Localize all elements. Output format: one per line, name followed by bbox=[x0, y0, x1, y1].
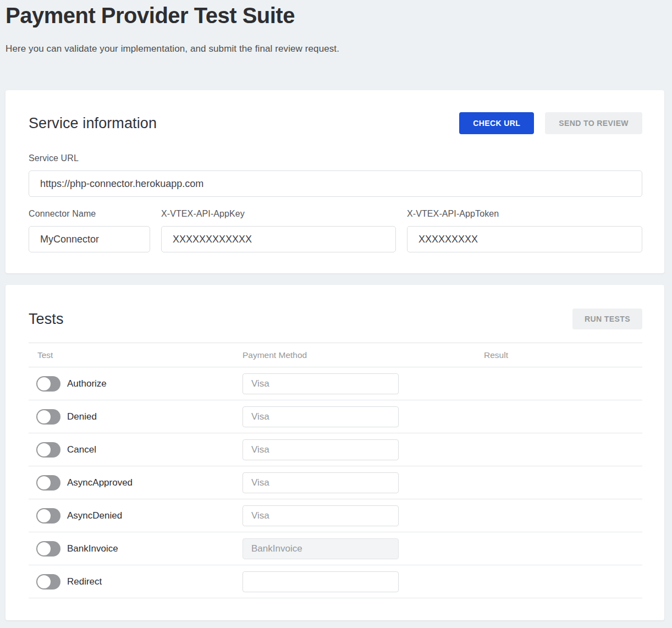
toggle-knob-icon bbox=[37, 443, 51, 456]
service-header-buttons: CHECK URL SEND TO REVIEW bbox=[459, 112, 642, 134]
credentials-row: Connector Name X-VTEX-API-AppKey X-VTEX-… bbox=[29, 209, 642, 252]
payment-method-input[interactable] bbox=[243, 439, 399, 460]
run-tests-button[interactable]: RUN TESTS bbox=[572, 309, 642, 329]
test-row: AsyncApproved bbox=[29, 466, 642, 499]
test-cell: Redirect bbox=[29, 574, 243, 590]
app-token-input[interactable] bbox=[407, 226, 642, 252]
payment-method-cell bbox=[243, 571, 484, 592]
page: Payment Provider Test Suite Here you can… bbox=[0, 0, 672, 620]
column-header-test: Test bbox=[29, 350, 243, 360]
service-url-input[interactable] bbox=[29, 170, 642, 197]
test-row: Redirect bbox=[29, 565, 642, 598]
test-row: AsyncDenied bbox=[29, 499, 642, 532]
test-cell: BankInvoice bbox=[29, 541, 243, 557]
test-cell: Cancel bbox=[29, 442, 243, 458]
test-name-label: AsyncApproved bbox=[67, 477, 133, 488]
toggle-knob-icon bbox=[37, 377, 51, 390]
send-to-review-button[interactable]: SEND TO REVIEW bbox=[545, 112, 642, 134]
service-information-title: Service information bbox=[29, 115, 157, 132]
app-token-label: X-VTEX-API-AppToken bbox=[407, 209, 642, 219]
column-header-payment-method: Payment Method bbox=[243, 350, 484, 360]
tests-card: Tests RUN TESTS Test Payment Method Resu… bbox=[5, 285, 664, 620]
test-name-label: Denied bbox=[67, 411, 97, 422]
toggle-knob-icon bbox=[37, 476, 51, 489]
service-information-header: Service information CHECK URL SEND TO RE… bbox=[29, 112, 642, 134]
test-row: Denied bbox=[29, 400, 642, 433]
app-key-label: X-VTEX-API-AppKey bbox=[161, 209, 396, 219]
app-key-field: X-VTEX-API-AppKey bbox=[161, 209, 396, 252]
toggle-knob-icon bbox=[37, 575, 51, 588]
payment-method-input[interactable] bbox=[243, 538, 399, 559]
test-name-label: Cancel bbox=[67, 444, 96, 455]
connector-name-label: Connector Name bbox=[29, 209, 150, 219]
payment-method-cell bbox=[243, 373, 484, 394]
toggle-knob-icon bbox=[37, 542, 51, 555]
toggle-knob-icon bbox=[37, 410, 51, 423]
service-url-label: Service URL bbox=[29, 153, 642, 163]
tests-table: Test Payment Method Result Authorize Den… bbox=[29, 343, 642, 598]
toggle-knob-icon bbox=[37, 509, 51, 522]
test-name-label: Redirect bbox=[67, 576, 102, 587]
test-toggle-switch[interactable] bbox=[36, 508, 60, 524]
payment-method-input[interactable] bbox=[243, 406, 399, 427]
test-cell: AsyncApproved bbox=[29, 475, 243, 491]
test-toggle-switch[interactable] bbox=[36, 409, 60, 425]
test-toggle-switch[interactable] bbox=[36, 475, 60, 491]
test-cell: AsyncDenied bbox=[29, 508, 243, 524]
connector-name-input[interactable] bbox=[29, 226, 150, 252]
test-toggle-switch[interactable] bbox=[36, 574, 60, 590]
tests-title: Tests bbox=[29, 311, 64, 328]
test-row: BankInvoice bbox=[29, 532, 642, 565]
payment-method-input[interactable] bbox=[243, 505, 399, 526]
page-subtitle: Here you can validate your implementatio… bbox=[5, 43, 664, 54]
test-cell: Authorize bbox=[29, 376, 243, 392]
payment-method-input[interactable] bbox=[243, 472, 399, 493]
payment-method-input[interactable] bbox=[243, 373, 399, 394]
connector-name-field: Connector Name bbox=[29, 209, 150, 252]
tests-header: Tests RUN TESTS bbox=[29, 309, 642, 329]
payment-method-cell bbox=[243, 505, 484, 526]
test-row: Cancel bbox=[29, 433, 642, 466]
page-title: Payment Provider Test Suite bbox=[5, 0, 664, 26]
test-row: Authorize bbox=[29, 367, 642, 400]
check-url-button[interactable]: CHECK URL bbox=[459, 112, 534, 134]
tests-table-header: Test Payment Method Result bbox=[29, 343, 642, 367]
test-name-label: BankInvoice bbox=[67, 543, 118, 554]
test-toggle-switch[interactable] bbox=[36, 541, 60, 557]
payment-method-cell bbox=[243, 439, 484, 460]
app-token-field: X-VTEX-API-AppToken bbox=[407, 209, 642, 252]
test-name-label: Authorize bbox=[67, 378, 107, 389]
payment-method-cell bbox=[243, 538, 484, 559]
column-header-result: Result bbox=[484, 350, 642, 360]
test-toggle-switch[interactable] bbox=[36, 376, 60, 392]
service-information-card: Service information CHECK URL SEND TO RE… bbox=[5, 90, 664, 273]
payment-method-input[interactable] bbox=[243, 571, 399, 592]
payment-method-cell bbox=[243, 472, 484, 493]
test-toggle-switch[interactable] bbox=[36, 442, 60, 458]
test-cell: Denied bbox=[29, 409, 243, 425]
tests-table-body: Authorize Denied Cancel bbox=[29, 367, 642, 598]
app-key-input[interactable] bbox=[161, 226, 396, 252]
test-name-label: AsyncDenied bbox=[67, 510, 122, 521]
payment-method-cell bbox=[243, 406, 484, 427]
